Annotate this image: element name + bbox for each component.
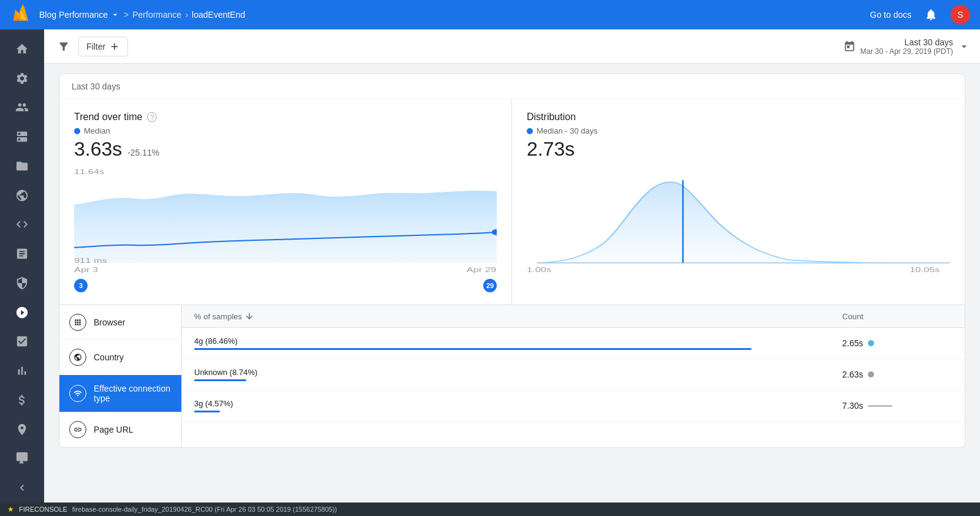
date-range-sub: Mar 30 - Apr 29, 2019 (PDT) [861, 47, 953, 56]
filter-button[interactable]: Filter [78, 37, 128, 56]
card-header: Last 30 days [59, 74, 965, 99]
row-2-bar [194, 379, 246, 381]
main-card: Last 30 days Trend over time ? Median [59, 74, 965, 448]
country-label: Country [94, 352, 124, 362]
sidebar-item-tasks[interactable] [0, 327, 44, 357]
row-1-dot [868, 340, 874, 346]
connection-icon [69, 385, 86, 402]
chevron-down-icon [958, 40, 970, 53]
trend-chart-svg: 11.64s 911 ms Apr 3 Apr 29 3 [74, 168, 497, 292]
row-2-dot [868, 371, 874, 378]
breadcrumb-section: Performance [132, 10, 181, 20]
sidebar-item-settings[interactable] [0, 64, 44, 93]
col-samples-header[interactable]: % of samples [194, 311, 842, 321]
dimension-browser[interactable]: Browser [59, 305, 181, 340]
sidebar-item-users[interactable] [0, 93, 44, 123]
data-table: % of samples Count 4g (86.46%) [182, 305, 965, 447]
row-3-label: 3g (4.57%) [194, 399, 842, 408]
trend-legend: Median [74, 126, 497, 135]
user-avatar[interactable]: S [951, 5, 970, 25]
table-row: 3g (4.57%) 7.30s [182, 390, 965, 422]
topnav-right: Go to docs S [870, 5, 970, 25]
sidebar-item-ml[interactable] [0, 239, 44, 268]
distribution-chart-value: 2.73s [527, 138, 950, 161]
trend-chart-value: 3.63s -25.11% [74, 138, 497, 161]
pageurl-icon [69, 421, 86, 438]
sidebar-item-sdk[interactable] [0, 444, 44, 474]
toolbar-right: Last 30 days Mar 30 - Apr 29, 2019 (PDT) [843, 37, 970, 56]
dimension-country[interactable]: Country [59, 340, 181, 375]
dimension-connection[interactable]: Effective connection type [59, 375, 181, 412]
sidebar-item-config[interactable] [0, 268, 44, 298]
status-logo: ★ [7, 505, 14, 514]
sidebar-item-performance[interactable] [0, 298, 44, 327]
trend-badge-start: 3 [74, 279, 88, 292]
table-header: % of samples Count [182, 305, 965, 328]
row-1-label: 4g (86.46%) [194, 336, 842, 346]
distribution-chart-section: Distribution Median - 30 days 2.73s [512, 99, 965, 305]
date-range-button[interactable]: Last 30 days Mar 30 - Apr 29, 2019 (PDT) [861, 37, 970, 56]
row-1-bar [194, 348, 752, 350]
date-range-label: Last 30 days [905, 37, 953, 47]
distribution-legend: Median - 30 days [527, 126, 950, 135]
status-bar: ★ FIRECONSOLE firebase-console-daily_fri… [0, 503, 980, 516]
table-section: Browser Country Effective [59, 305, 965, 447]
svg-text:11.64s: 11.64s [74, 169, 105, 175]
browser-icon [69, 314, 86, 331]
trend-info-icon[interactable]: ? [147, 112, 157, 122]
breadcrumb-metric: loadEventEnd [192, 10, 245, 20]
pageurl-label: Page URL [94, 425, 134, 434]
sidebar-item-home[interactable] [0, 34, 44, 64]
toolbar: Filter Last 30 days Mar 30 - Apr 29, 201… [44, 29, 980, 64]
content-area: Filter Last 30 days Mar 30 - Apr 29, 201… [44, 29, 980, 503]
add-icon [109, 41, 120, 52]
main-scroll-area[interactable]: Last 30 days Trend over time ? Median [44, 64, 980, 503]
row-3-bar [194, 411, 220, 412]
sidebar-item-database[interactable] [0, 122, 44, 151]
svg-text:1.00s: 1.00s [527, 267, 551, 273]
notification-bell[interactable] [924, 7, 938, 22]
charts-row: Trend over time ? Median 3.63s -25.11% [59, 99, 965, 305]
firebase-logo [10, 4, 32, 26]
sidebar-item-functions[interactable] [0, 210, 44, 240]
sidebar [0, 29, 44, 503]
svg-text:10.05s: 10.05s [910, 267, 940, 273]
sidebar-item-revenue[interactable] [0, 385, 44, 415]
breadcrumb: Blog Performance > Performance › loadEve… [39, 10, 245, 20]
filter-icon-button[interactable] [54, 37, 74, 56]
project-name[interactable]: Blog Performance [39, 10, 120, 20]
filter-label: Filter [86, 42, 105, 51]
col-count-header: Count [842, 312, 952, 321]
sidebar-item-release[interactable] [0, 415, 44, 444]
svg-text:911 ms: 911 ms [74, 257, 107, 264]
row-2-count: 2.63s [842, 370, 863, 379]
topnav: Blog Performance > Performance › loadEve… [0, 0, 980, 29]
dimension-pageurl[interactable]: Page URL [59, 412, 181, 447]
row-3-bar-count [868, 405, 892, 407]
browser-label: Browser [94, 317, 125, 327]
distribution-legend-dot [527, 128, 533, 134]
sidebar-item-analytics[interactable] [0, 356, 44, 385]
connection-label: Effective connection type [94, 384, 172, 403]
row-2-label: Unknown (8.74%) [194, 368, 842, 377]
trend-badge-end: 29 [483, 279, 497, 292]
sidebar-item-storage[interactable] [0, 151, 44, 181]
trend-chart-title: Trend over time ? [74, 112, 497, 123]
sidebar-collapse[interactable] [0, 473, 44, 503]
dropdown-icon [110, 10, 120, 20]
row-3-count: 7.30s [842, 401, 863, 411]
status-brand: FIRECONSOLE [19, 506, 67, 513]
table-row: Unknown (8.74%) 2.63s [182, 359, 965, 390]
sidebar-item-globe[interactable] [0, 181, 44, 210]
country-icon [69, 349, 86, 366]
dimension-list: Browser Country Effective [59, 305, 182, 447]
calendar-icon [843, 40, 856, 53]
trend-legend-dot [74, 128, 80, 134]
trend-chart-section: Trend over time ? Median 3.63s -25.11% [59, 99, 512, 305]
table-row: 4g (86.46%) 2.65s [182, 328, 965, 359]
svg-text:Apr 3: Apr 3 [74, 267, 98, 273]
sort-icon [244, 311, 254, 321]
docs-link[interactable]: Go to docs [870, 10, 911, 20]
distribution-chart-svg: 1.00s 10.05s [527, 168, 950, 278]
distribution-chart-title: Distribution [527, 112, 950, 123]
